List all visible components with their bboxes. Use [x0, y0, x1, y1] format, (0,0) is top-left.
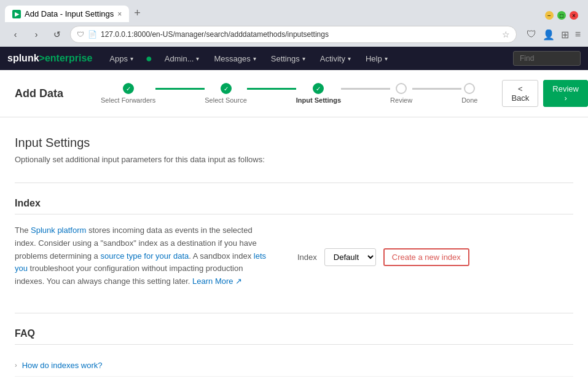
url-page-icon: 📄	[88, 30, 97, 39]
section-divider-1	[15, 183, 573, 183]
review-button[interactable]: Review ›	[543, 80, 588, 107]
stepper-line-4	[412, 88, 461, 90]
tab-favicon: ▶	[12, 10, 21, 18]
nav-item-messages[interactable]: Messages ▾	[206, 47, 263, 70]
stepper-circle-5	[464, 83, 475, 94]
nav-messages-label: Messages	[214, 54, 250, 63]
nav-admin-caret: ▾	[196, 55, 199, 62]
stepper-label-5: Done	[461, 96, 477, 104]
add-data-header: Add Data ✓ Select Forwarders ✓ Select So…	[0, 70, 588, 117]
nav-settings-caret: ▾	[302, 55, 305, 62]
browser-controls: ‹ › ↺ 🛡 📄 127.0.0.1:8000/en-US/manager/s…	[0, 22, 588, 47]
nav-activity-label: Activity	[320, 54, 345, 63]
index-controls: Index Default Create a new index	[297, 224, 469, 288]
nav-settings-label: Settings	[271, 54, 300, 63]
splunk-logo: splunk>enterprise	[7, 53, 92, 64]
index-description-text: The Splunk platform stores incoming data…	[15, 224, 273, 288]
browser-shield-icon[interactable]: 🛡	[527, 29, 536, 41]
faq-item-1-label: How do indexes work?	[22, 361, 103, 370]
page-subtitle: Optionally set additional input paramete…	[15, 155, 573, 164]
stepper-label-2: Select Source	[205, 96, 246, 104]
logo-enterprise-text: >enterprise	[39, 53, 93, 63]
stepper-step-select-source: ✓ Select Source	[205, 83, 246, 104]
faq-heading: FAQ	[15, 328, 573, 345]
faq-section: FAQ › How do indexes work? › How do I kn…	[15, 328, 573, 381]
tab-close-button[interactable]: ×	[117, 10, 122, 18]
stepper-label-1: Select Forwarders	[101, 96, 155, 104]
nav-help-caret: ▾	[385, 55, 388, 62]
index-section-heading: Index	[15, 198, 573, 214]
nav-apps-caret: ▾	[130, 55, 133, 62]
browser-close[interactable]: ×	[570, 11, 578, 20]
stepper-step-select-forwarders: ✓ Select Forwarders	[101, 83, 155, 104]
nav-item-admin[interactable]: Admin... ▾	[157, 47, 207, 70]
tab-label: Add Data - Input Settings	[25, 9, 114, 18]
nav-messages-caret: ▾	[253, 55, 256, 62]
add-data-title: Add Data	[15, 87, 76, 100]
index-section: The Splunk platform stores incoming data…	[15, 224, 573, 288]
back-button[interactable]: < Back	[502, 80, 538, 107]
browser-profile-icon[interactable]: 👤	[543, 29, 555, 41]
nav-item-settings[interactable]: Settings ▾	[264, 47, 313, 70]
browser-maximize[interactable]: □	[557, 11, 566, 20]
stepper-circle-1: ✓	[123, 83, 134, 94]
faq-chevron-1: ›	[15, 361, 17, 369]
header-buttons: < Back Review ›	[502, 80, 588, 107]
logo-splunk-text: splunk	[7, 53, 39, 63]
nav-item-help[interactable]: Help ▾	[358, 47, 395, 70]
browser-extensions-icon[interactable]: ⊞	[561, 29, 569, 41]
main-content: Input Settings Optionally set additional…	[0, 117, 588, 381]
stepper-step-input-settings: ✓ Input Settings	[296, 83, 341, 104]
stepper-label-3: Input Settings	[296, 96, 341, 104]
source-type-link[interactable]: source type for your data	[100, 251, 189, 261]
index-label: Index	[297, 253, 317, 262]
new-tab-button[interactable]: +	[129, 4, 146, 22]
nav-help-label: Help	[366, 54, 382, 63]
nav-admin-check-icon[interactable]: ●	[141, 52, 157, 65]
stepper-line-3	[341, 88, 390, 90]
index-desc-text-main: The	[15, 226, 31, 235]
browser-tab[interactable]: ▶ Add Data - Input Settings ×	[5, 6, 129, 22]
section-divider-2	[15, 313, 573, 313]
stepper-circle-3: ✓	[313, 83, 324, 94]
learn-more-link[interactable]: Learn More ↗	[192, 277, 242, 286]
refresh-button[interactable]: ↺	[49, 26, 65, 42]
nav-activity-caret: ▾	[348, 55, 351, 62]
nav-item-apps[interactable]: Apps ▾	[102, 47, 141, 70]
url-shield-icon: 🛡	[77, 30, 84, 39]
stepper-circle-4	[396, 83, 407, 94]
create-new-index-button[interactable]: Create a new index	[383, 248, 469, 266]
search-input[interactable]	[513, 51, 581, 66]
url-bar[interactable]: 🛡 📄 127.0.0.1:8000/en-US/manager/search/…	[70, 26, 517, 43]
browser-tab-bar: ▶ Add Data - Input Settings × + − □ ×	[0, 0, 588, 22]
stepper-circle-2: ✓	[221, 83, 232, 94]
nav-apps-label: Apps	[109, 54, 128, 63]
top-nav: splunk>enterprise Apps ▾ ● Admin... ▾ Me…	[0, 47, 588, 70]
url-extra-icons: 🛡 👤 ⊞ ≡	[527, 29, 581, 41]
splunk-platform-link[interactable]: Splunk platform	[31, 226, 86, 235]
index-desc-text-3: . A sandbox index	[189, 251, 254, 261]
index-select[interactable]: Default	[324, 248, 376, 266]
faq-item-1[interactable]: › How do indexes work?	[15, 355, 573, 377]
stepper-line-1	[155, 88, 205, 90]
stepper-line-2	[247, 88, 296, 90]
index-description: The Splunk platform stores incoming data…	[15, 224, 273, 288]
faq-item-2[interactable]: › How do I know when to create or use mu…	[15, 377, 573, 381]
forward-button[interactable]: ›	[28, 26, 44, 42]
browser-menu-icon[interactable]: ≡	[575, 29, 581, 41]
stepper: ✓ Select Forwarders ✓ Select Source ✓ In…	[101, 83, 477, 104]
stepper-step-review: Review	[390, 83, 412, 104]
back-button[interactable]: ‹	[7, 26, 23, 42]
nav-search	[513, 51, 581, 66]
url-star-icon[interactable]: ☆	[502, 29, 510, 39]
nav-item-activity[interactable]: Activity ▾	[313, 47, 358, 70]
url-text: 127.0.0.1:8000/en-US/manager/search/addd…	[101, 30, 329, 39]
page-title: Input Settings	[15, 136, 573, 150]
stepper-label-4: Review	[390, 96, 412, 104]
stepper-step-done: Done	[461, 83, 477, 104]
browser-minimize[interactable]: −	[545, 11, 554, 20]
nav-admin-label: Admin...	[165, 54, 194, 63]
